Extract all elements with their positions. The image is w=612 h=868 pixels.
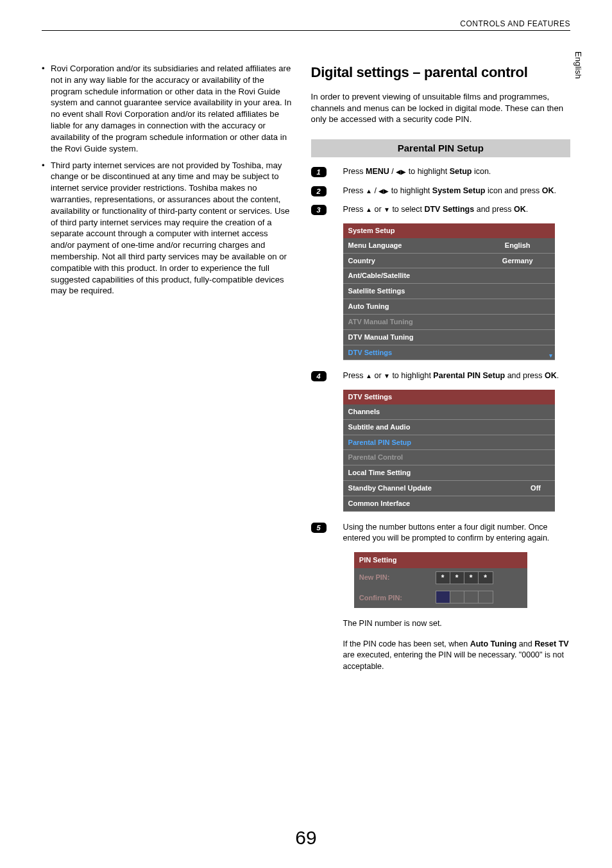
menu-row-label: ATV Manual Tuning xyxy=(343,314,480,329)
menu-row: Parental PIN Setup xyxy=(343,435,555,450)
menu-row-label: Subtitle and Audio xyxy=(343,419,517,435)
menu-row: Satellite Settings xyxy=(343,284,555,299)
step-number-icon: 2 xyxy=(311,186,327,196)
step-number-icon: 5 xyxy=(311,523,327,533)
menu-row-label: Channels xyxy=(343,404,517,419)
left-arrow-icon: ◀ xyxy=(378,187,384,196)
section-title: Digital settings – parental control xyxy=(311,63,570,82)
step-4: 4 Press ▲ or ▼ to highlight Parental PIN… xyxy=(311,370,570,382)
menu-row-value xyxy=(517,450,555,465)
menu-row: DTV Settings xyxy=(343,345,555,360)
menu-row: Ant/Cable/Satellite xyxy=(343,268,555,284)
ok-label: OK xyxy=(514,205,526,214)
menu-row: Subtitle and Audio xyxy=(343,419,555,435)
step-text: Press xyxy=(343,186,366,195)
menu-row: Parental Control xyxy=(343,450,555,465)
ok-label: OK xyxy=(545,371,557,380)
step-text: Press xyxy=(343,371,366,380)
step-text: icon. xyxy=(472,167,491,176)
system-setup-label: System Setup xyxy=(432,186,486,195)
step-text: icon and press xyxy=(485,186,541,195)
down-arrow-icon: ▼ xyxy=(384,205,390,214)
step-3: 3 Press ▲ or ▼ to select DTV Settings an… xyxy=(311,204,570,216)
step-text: . xyxy=(554,186,556,195)
dtv-settings-menu: DTV Settings ChannelsSubtitle and AudioP… xyxy=(343,390,555,512)
step-text: Press xyxy=(343,205,366,214)
pin-digit-empty xyxy=(464,591,479,603)
step-text: or xyxy=(372,205,384,214)
menu-row-value xyxy=(480,268,555,284)
language-tab: English xyxy=(574,51,583,79)
menu-row-label: Satellite Settings xyxy=(343,284,480,299)
menu-row-value xyxy=(480,345,555,360)
pin-set-text: The PIN number is now set. xyxy=(343,618,570,630)
new-pin-label: New PIN: xyxy=(354,568,430,587)
intro-text: In order to prevent viewing of unsuitabl… xyxy=(311,91,570,125)
confirm-pin-label: Confirm PIN: xyxy=(354,587,430,609)
menu-row-label: Country xyxy=(343,253,480,268)
up-arrow-icon: ▲ xyxy=(366,205,372,214)
menu-row-value xyxy=(517,404,555,419)
step-text: / xyxy=(372,186,378,195)
menu-row-value xyxy=(517,435,555,450)
confirm-pin-cells xyxy=(430,587,527,609)
step-number-icon: 1 xyxy=(311,167,327,177)
menu-row: ATV Manual Tuning xyxy=(343,314,555,329)
menu-row-label: Parental PIN Setup xyxy=(343,435,517,450)
step-text: to highlight xyxy=(406,167,449,176)
menu-row-label: Standby Channel Update xyxy=(343,481,517,496)
menu-row-value: Off xyxy=(517,481,555,496)
menu-row-label: Menu Language xyxy=(343,238,480,253)
menu-row: Standby Channel UpdateOff xyxy=(343,481,555,496)
menu-label: MENU xyxy=(366,167,389,176)
menu-row: Auto Tuning xyxy=(343,299,555,315)
step-5: 5 Using the number buttons enter a four … xyxy=(311,522,570,544)
menu-row-label: Common Interface xyxy=(343,496,517,511)
menu-row: DTV Manual Tuning xyxy=(343,329,555,345)
pin-digit-empty xyxy=(436,591,450,603)
dtv-settings-label: DTV Settings xyxy=(424,205,474,214)
menu-row-value xyxy=(480,329,555,345)
step-text: or xyxy=(372,371,384,380)
step-text: to select xyxy=(390,205,425,214)
pin-digit: * xyxy=(450,572,464,584)
page-header: CONTROLS AND FEATURES xyxy=(42,19,570,31)
up-arrow-icon: ▲ xyxy=(366,187,372,196)
menu-header: System Setup xyxy=(343,223,555,238)
step-2: 2 Press ▲ / ◀▶ to highlight System Setup… xyxy=(311,186,570,197)
disclaimer-bullet: Third party internet services are not pr… xyxy=(42,160,292,297)
step-text: Press xyxy=(343,167,366,176)
ok-label: OK xyxy=(542,186,554,195)
parental-pin-label: Parental PIN Setup xyxy=(433,371,505,380)
system-setup-menu: System Setup Menu LanguageEnglishCountry… xyxy=(343,223,555,361)
pin-note-text: If the PIN code has been set, when Auto … xyxy=(343,639,570,673)
menu-row-label: Parental Control xyxy=(343,450,517,465)
new-pin-cells: * * * * xyxy=(430,568,527,587)
pin-digit-empty xyxy=(450,591,464,603)
menu-row-value xyxy=(480,299,555,315)
menu-row-value: Germany xyxy=(480,253,555,268)
menu-row: Channels xyxy=(343,404,555,419)
menu-row-value xyxy=(480,314,555,329)
menu-row-value xyxy=(517,496,555,511)
step-text: Using the number buttons enter a four di… xyxy=(343,522,570,544)
step-number-icon: 4 xyxy=(311,371,327,381)
menu-row-label: Auto Tuning xyxy=(343,299,480,315)
step-1: 1 Press MENU / ◀▶ to highlight Setup ico… xyxy=(311,166,570,178)
menu-row-value xyxy=(517,419,555,435)
menu-row-label: DTV Manual Tuning xyxy=(343,329,480,345)
pin-digit-empty xyxy=(479,591,493,603)
pin-digit: * xyxy=(436,572,450,584)
step-number-icon: 3 xyxy=(311,205,327,215)
up-arrow-icon: ▲ xyxy=(366,372,372,381)
step-text: . xyxy=(557,371,559,380)
pin-digit: * xyxy=(464,572,479,584)
step-text: / xyxy=(389,167,396,176)
menu-row: Common Interface xyxy=(343,496,555,511)
subheading: Parental PIN Setup xyxy=(311,139,570,157)
setup-label: Setup xyxy=(450,167,472,176)
left-arrow-icon: ◀ xyxy=(396,168,401,177)
menu-row-label: Local Time Setting xyxy=(343,465,517,481)
menu-row: Local Time Setting xyxy=(343,465,555,481)
left-column: Rovi Corporation and/or its subsidiaries… xyxy=(42,63,292,681)
